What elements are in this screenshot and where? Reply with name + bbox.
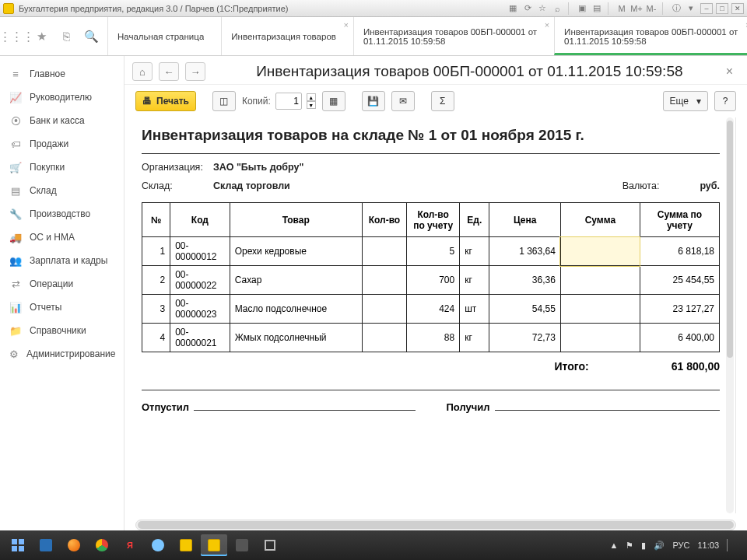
cell-unit[interactable]: кг <box>460 324 489 352</box>
cell-price[interactable]: 72,73 <box>489 324 560 352</box>
cell-sumacc[interactable]: 6 400,00 <box>640 324 719 352</box>
mem-mminus-icon[interactable]: M- <box>645 2 658 15</box>
sidebar-item-purchases[interactable]: 🛒Покупки <box>0 156 124 179</box>
help-button[interactable]: ? <box>714 91 736 111</box>
sidebar-item-manager[interactable]: 📈Руководителю <box>0 86 124 109</box>
cell-code[interactable]: 00-00000021 <box>170 324 230 352</box>
sidebar-item-catalogs[interactable]: 📁Справочники <box>0 319 124 342</box>
taskbar-app-icon[interactable] <box>173 534 199 556</box>
table-row[interactable]: 2 00-00000022 Сахар 700 кг 36,36 25 454,… <box>142 266 720 295</box>
cell-no[interactable]: 1 <box>142 237 170 266</box>
close-page-button[interactable]: × <box>723 65 736 79</box>
cell-price[interactable]: 54,55 <box>489 295 560 324</box>
taskbar-app-icon[interactable] <box>145 534 171 556</box>
dropdown-icon[interactable]: ▾ <box>685 2 697 15</box>
email-button[interactable]: ✉ <box>391 91 415 111</box>
cell-item[interactable]: Орехи кедровые <box>230 237 362 266</box>
maximize-button[interactable]: □ <box>716 3 728 14</box>
cell-sumacc[interactable]: 23 127,27 <box>640 295 719 324</box>
navigator-icon[interactable]: ⎘ <box>59 30 73 44</box>
sidebar-item-sales[interactable]: 🏷Продажи <box>0 132 124 156</box>
taskbar-yandex-icon[interactable]: Я <box>117 534 143 556</box>
sidebar-item-operations[interactable]: ⇄Операции <box>0 272 124 296</box>
sidebar-item-stock[interactable]: ▤Склад <box>0 179 124 202</box>
report-area[interactable]: Инвентаризация товаров на складе № 1 от … <box>135 117 736 513</box>
copies-input[interactable] <box>275 93 302 110</box>
tab-close-icon[interactable]: × <box>545 20 549 30</box>
taskbar-chrome-icon[interactable] <box>89 534 115 556</box>
tab-close-icon[interactable]: × <box>343 20 348 30</box>
cell-price[interactable]: 1 363,64 <box>489 237 560 266</box>
sidebar-item-admin[interactable]: ⚙Администрирование <box>0 342 124 366</box>
tab-inventory-doc-1[interactable]: Инвентаризация товаров 00БП-000001 от 01… <box>353 17 554 55</box>
table-row[interactable]: 1 00-00000012 Орехи кедровые 5 кг 1 363,… <box>142 237 720 266</box>
taskbar-1c-icon[interactable] <box>201 534 227 556</box>
tray-language[interactable]: РУС <box>672 541 689 550</box>
sidebar-item-assets[interactable]: 🚚ОС и НМА <box>0 226 124 249</box>
cell-code[interactable]: 00-00000023 <box>170 295 230 324</box>
cell-qty[interactable] <box>362 295 406 324</box>
forward-button[interactable]: → <box>185 62 205 81</box>
favorite-star-icon[interactable]: ★ <box>34 30 48 44</box>
cell-code[interactable]: 00-00000022 <box>170 266 230 295</box>
titlebar-tool-icon[interactable]: ☆ <box>536 2 549 15</box>
sidebar-item-bank[interactable]: ⦿Банк и касса <box>0 109 124 132</box>
cell-qtyacc[interactable]: 424 <box>407 295 460 324</box>
taskbar-firefox-icon[interactable] <box>61 534 87 556</box>
tray-chevron-up-icon[interactable]: ▲ <box>610 541 619 550</box>
cell-sumacc[interactable]: 6 818,18 <box>640 237 719 266</box>
cell-qty[interactable] <box>362 266 406 295</box>
table-row[interactable]: 4 00-00000021 Жмых подсолнечный 88 кг 72… <box>142 324 720 352</box>
mem-m-icon[interactable]: M <box>615 2 628 15</box>
home-button[interactable]: ⌂ <box>132 62 153 81</box>
cell-sum[interactable] <box>560 295 640 324</box>
cell-no[interactable]: 3 <box>142 295 170 324</box>
chevron-down-icon[interactable]: ▼ <box>307 101 316 109</box>
vertical-scrollbar[interactable] <box>726 117 734 513</box>
close-window-button[interactable]: ✕ <box>731 3 744 14</box>
save-button[interactable]: 💾 <box>362 91 385 111</box>
start-menu-button[interactable] <box>5 534 31 556</box>
search-icon[interactable]: 🔍 <box>84 30 98 44</box>
cell-qtyacc[interactable]: 88 <box>407 324 460 352</box>
sidebar-item-main[interactable]: ≡Главное <box>0 62 124 86</box>
scroll-thumb[interactable] <box>727 121 733 358</box>
scroll-thumb[interactable] <box>138 521 734 529</box>
copies-spinner[interactable]: ▲ ▼ <box>307 93 316 109</box>
sidebar-item-hr[interactable]: 👥Зарплата и кадры <box>0 249 124 272</box>
cell-unit[interactable]: кг <box>460 237 489 266</box>
cell-code[interactable]: 00-00000012 <box>170 237 230 266</box>
minimize-button[interactable]: – <box>700 3 713 14</box>
cell-item[interactable]: Жмых подсолнечный <box>230 324 362 352</box>
preview-button[interactable]: ◫ <box>212 91 236 111</box>
taskbar-app-icon[interactable] <box>229 534 255 556</box>
sidebar-item-reports[interactable]: 📊Отчеты <box>0 296 124 319</box>
tab-inventory-list[interactable]: Инвентаризация товаров × <box>221 17 353 55</box>
table-row[interactable]: 3 00-00000023 Масло подсолнечное 424 шт … <box>142 295 720 324</box>
grid-toggle-button[interactable]: ▦ <box>322 91 345 111</box>
back-button[interactable]: ← <box>159 62 179 81</box>
tab-start[interactable]: Начальная страница <box>107 17 221 55</box>
mem-mplus-icon[interactable]: M+ <box>630 2 643 15</box>
tray-clock[interactable]: 11:03 <box>697 541 719 550</box>
titlebar-tool-icon[interactable]: ▦ <box>507 2 519 15</box>
titlebar-tool-icon[interactable]: ⌕ <box>551 2 563 15</box>
taskbar-app-icon[interactable] <box>257 534 283 556</box>
cell-no[interactable]: 2 <box>142 266 170 295</box>
cell-price[interactable]: 36,36 <box>489 266 560 295</box>
tray-flag-icon[interactable]: ⚑ <box>626 541 633 551</box>
cell-sum-active[interactable] <box>560 237 640 266</box>
titlebar-tool-icon[interactable]: ▣ <box>576 2 588 15</box>
more-button[interactable]: Еще ▾ <box>663 91 708 111</box>
cell-sumacc[interactable]: 25 454,55 <box>640 266 719 295</box>
cell-qtyacc[interactable]: 5 <box>407 237 460 266</box>
cell-qty[interactable] <box>362 324 406 352</box>
titlebar-tool-icon[interactable]: ▤ <box>591 2 603 15</box>
tray-volume-icon[interactable]: 🔊 <box>654 541 665 551</box>
cell-unit[interactable]: шт <box>460 295 489 324</box>
taskbar-app-icon[interactable] <box>33 534 59 556</box>
sidebar-item-production[interactable]: 🔧Производство <box>0 202 124 226</box>
cell-item[interactable]: Сахар <box>230 266 362 295</box>
sum-button[interactable]: Σ <box>431 91 454 111</box>
tab-inventory-doc-2[interactable]: Инвентаризация товаров 00БП-000001 от 01… <box>554 17 747 55</box>
